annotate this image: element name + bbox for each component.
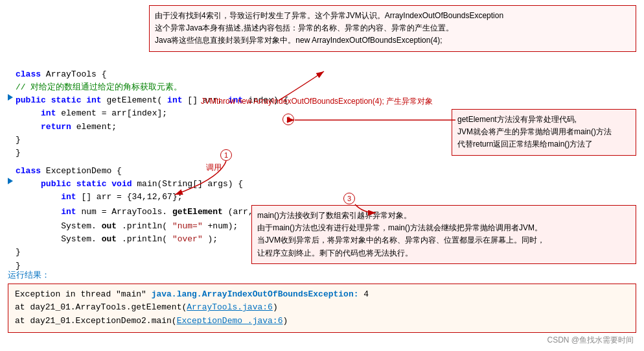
code-line-main-sig: public static void main(String[] args) { — [8, 178, 636, 191]
jvm-throw-annotation: JVMthrow new ArrayIndexOutOfBoundsExcept… — [201, 96, 433, 107]
right-annotation-2: main()方法接收到了数组索引越界异常对象。 由于main()方法也没有进行处… — [251, 205, 636, 264]
comment-text: // 对给定的数组通过给定的角标获取元素。 — [16, 82, 182, 92]
top-annotation-line1: 由于没有找到4索引，导致运行时发生了异常。这个异常JVM认识。ArrayInde… — [155, 11, 503, 20]
run-label-text: 运行结果： — [8, 270, 50, 280]
sys1c: +num); — [208, 221, 238, 231]
main-container: 由于没有找到4索引，导致运行时发生了异常。这个异常JVM认识。ArrayInde… — [0, 0, 644, 351]
at-line3-pre: at day21_01.ExceptionDemo2.main( — [15, 316, 177, 326]
kw-static: static — [51, 95, 82, 105]
run-result-section: 运行结果： Exception in thread "main" java.la… — [8, 269, 636, 333]
element-text: element = arr[index]; — [61, 108, 167, 118]
kw-public2: public — [41, 179, 71, 189]
run-line-3: at day21_01.ExceptionDemo2.main(Exceptio… — [15, 315, 629, 328]
watermark-text: CSDN @鱼找水需要时间 — [547, 335, 634, 345]
at-line3-close: ) — [282, 316, 288, 326]
at-line2-close: ) — [273, 302, 278, 312]
n8: main(String[] args) { — [137, 179, 243, 189]
exception-num: 4 — [359, 289, 369, 299]
ra1-line2: JVM就会将产生的异常抛给调用者main()方法 — [457, 127, 612, 136]
kw-void: void — [111, 179, 132, 189]
cc6: class ExceptionDemo { — [16, 165, 636, 178]
ra2-line3: 当JVM收到异常后，将异常对象中的名称、异常内容、位置都显示在屏幕上。同时， — [257, 236, 545, 245]
str2: "over" — [172, 234, 203, 244]
top-annotation-box: 由于没有找到4索引，导致运行时发生了异常。这个异常JVM认识。ArrayInde… — [149, 5, 636, 52]
call-text: 调用 — [206, 163, 222, 172]
kw-return: return — [41, 122, 71, 132]
run-line-1: Exception in thread "main" java.lang.Arr… — [15, 288, 629, 302]
watermark: CSDN @鱼找水需要时间 — [547, 335, 634, 346]
call-label: 调用 — [206, 162, 222, 173]
kw-int4: int — [41, 108, 56, 118]
indent5 — [16, 207, 56, 217]
code-line-comment: // 对给定的数组通过给定的角标获取元素。 — [8, 81, 636, 94]
at-line2-link: ArrayTools.java:6 — [187, 302, 273, 312]
at-line2-pre: at day21_01.ArrayTools.getElement( — [15, 302, 187, 312]
brace3: } — [16, 247, 21, 257]
indent2 — [16, 122, 36, 132]
at-line3-link: ExceptionDemo .java:6 — [177, 316, 283, 326]
code-line-arr: int [] arr = {34,12,67}; — [8, 191, 636, 204]
ra2-line4: 让程序立刻终止。剩下的代码也将无法执行。 — [257, 248, 413, 258]
circle-1: 1 — [220, 149, 232, 161]
sys2: System. — [61, 234, 97, 244]
return-text: element; — [76, 122, 117, 132]
kw-static2: static — [76, 179, 107, 189]
class-name: ArrayTools { — [46, 69, 107, 79]
circle-1-text: 1 — [224, 151, 228, 159]
right-annotation-1: getElement方法没有异常处理代码, JVM就会将产生的异常抛给调用者ma… — [452, 109, 636, 156]
code-content-comment: // 对给定的数组通过给定的角标获取元素。 — [16, 81, 636, 94]
blank-line — [8, 160, 636, 165]
str1: "num=" — [172, 221, 203, 231]
lm7 — [8, 178, 13, 184]
kw-int5: int — [61, 192, 76, 202]
sys1: System. — [61, 221, 97, 231]
kw-int1: int — [86, 95, 101, 105]
ra2-line2: 由于main()方法也没有进行处理异常，main()方法就会继续把异常抛给调用者… — [257, 223, 542, 232]
exception-pre: Exception in thread "main" — [15, 289, 152, 299]
ra1-line1: getElement方法没有异常处理代码, — [457, 115, 577, 124]
out2: out — [102, 234, 117, 244]
sys2b: .println( — [122, 234, 167, 244]
indent6 — [16, 221, 56, 231]
out1: out — [102, 221, 117, 231]
circle-3-text: 3 — [347, 195, 351, 202]
top-annotation-line3: Java将这些信息直接封装到异常对象中。new ArrayIndexOutOfB… — [155, 36, 442, 45]
indent3 — [16, 179, 36, 189]
run-label: 运行结果： — [8, 269, 636, 281]
keyword-class: class — [16, 69, 41, 79]
code-line-class2: class ExceptionDemo { — [8, 165, 636, 178]
brace2: } — [16, 148, 21, 158]
blue-triangle-icon — [8, 94, 13, 101]
arr-text: [] arr = {34,12,67}; — [81, 192, 182, 202]
kw-int6: int — [61, 207, 76, 217]
kw-public: public — [16, 95, 46, 105]
circle-2-text: 2 — [286, 115, 290, 123]
get-element: getElement — [172, 207, 223, 217]
sys2c: ); — [208, 234, 218, 244]
cc8: int [] arr = {34,12,67}; — [16, 191, 636, 204]
jvm-throw-text: JVMthrow new ArrayIndexOutOfBoundsExcept… — [201, 97, 433, 106]
kw-int2: int — [167, 95, 182, 105]
code-content: class ArrayTools { — [16, 68, 636, 81]
sys1b: .println( — [122, 221, 167, 231]
circle-3: 3 — [343, 193, 355, 204]
indent1 — [16, 108, 36, 118]
run-box: Exception in thread "main" java.lang.Arr… — [8, 284, 636, 333]
blue-triangle-icon2 — [8, 178, 13, 184]
indent7 — [16, 234, 56, 244]
class2-name: ExceptionDemo { — [46, 166, 122, 176]
ra1-line3: 代替return返回正常结果给main()方法了 — [457, 139, 593, 149]
brace1: } — [16, 135, 21, 145]
circle-2: 2 — [282, 114, 294, 125]
cc7: public static void main(String[] args) { — [16, 178, 636, 191]
exception-class: java.lang.ArrayIndexOutOfBoundsException… — [152, 289, 359, 299]
num-text: num = ArrayTools. — [81, 207, 167, 217]
ra2-line1: main()方法接收到了数组索引越界异常对象。 — [257, 211, 411, 220]
top-annotation-line2: 这个异常Java本身有描述,描述内容包括：异常的名称、异常的内容、异常的产生位置… — [155, 23, 454, 32]
line-marker-triangle — [8, 94, 13, 101]
indent4 — [16, 192, 56, 202]
n3: getElement( — [106, 95, 162, 105]
code-line-class1: class ArrayTools { — [8, 68, 636, 81]
run-line-2: at day21_01.ArrayTools.getElement(ArrayT… — [15, 301, 629, 315]
kw-class2: class — [16, 166, 41, 176]
